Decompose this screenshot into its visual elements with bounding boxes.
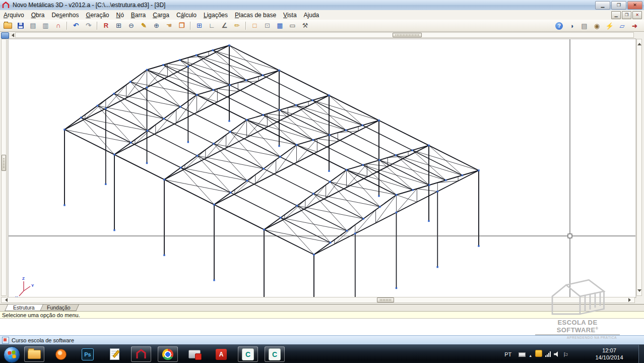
scroll-left-icon[interactable] xyxy=(3,298,8,302)
menu-ajuda[interactable]: Ajuda xyxy=(300,12,323,19)
top-splitter-track[interactable] xyxy=(15,32,634,38)
orbit-icon[interactable]: ◑ xyxy=(566,20,577,31)
title-bar[interactable]: Novo Metálicas 3D - v2012.a - [C:\...\es… xyxy=(0,0,644,11)
menu-placas-de-base[interactable]: Placas de base xyxy=(231,12,280,19)
mdi-minimize-button[interactable]: ▁ xyxy=(611,11,621,19)
templates-icon[interactable]: ▥ xyxy=(40,20,51,31)
print-icon[interactable]: ▤ xyxy=(578,20,590,31)
drawings-icon[interactable]: ▤ xyxy=(27,20,39,31)
zoom-frame-icon[interactable]: ⊕ xyxy=(151,20,162,31)
vertical-scrollbar[interactable] xyxy=(636,39,642,296)
taskbar-media-player[interactable] xyxy=(51,346,71,362)
docked-window-bar[interactable]: Curso escola de software xyxy=(0,335,644,345)
menu-bar: ArquivoObraDesenhosGeraçãoNóBarraCargaCá… xyxy=(0,10,644,20)
cype-arch-icon[interactable]: ∩ xyxy=(52,20,64,31)
menu-carga[interactable]: Carga xyxy=(149,12,173,19)
selection-frame-icon[interactable]: □ xyxy=(249,20,261,31)
left-splitter-track[interactable] xyxy=(1,39,7,296)
angle-icon[interactable]: ∠ xyxy=(219,20,230,31)
close-button[interactable]: ✕ xyxy=(627,1,642,10)
top-splitter-thumb[interactable] xyxy=(393,33,422,37)
open-icon[interactable] xyxy=(2,20,14,31)
reference-point-icon[interactable]: ⊡ xyxy=(262,20,273,31)
taskbar: PsACC PT ▲⚐ 12:07 14/10/2014 xyxy=(0,344,644,363)
horizontal-scrollbar[interactable] xyxy=(1,297,635,303)
minimize-button[interactable]: ▁ xyxy=(595,1,610,10)
connections-icon[interactable]: ⚡ xyxy=(604,20,615,31)
left-splitter-thumb[interactable] xyxy=(2,155,6,171)
menu-vista[interactable]: Vista xyxy=(280,12,300,19)
zoom-out-icon[interactable]: ⊖ xyxy=(125,20,137,31)
toolbar: ▤▥∩↶↷R⊞⊖✎⊕☚❐⊞∟∠✏□⊡▦▭⚒ ?◑▤◉⚡▱➜ xyxy=(0,20,644,32)
taskbar-camtasia-recorder[interactable]: C xyxy=(265,346,285,362)
pan-hand-icon[interactable]: ☚ xyxy=(163,20,175,31)
move-view-icon[interactable]: ⊞ xyxy=(194,20,205,31)
tab-label: Estrutura xyxy=(13,305,35,311)
tray-time: 12:07 xyxy=(588,347,631,354)
taskbar-apps: PsACC xyxy=(24,346,285,362)
menu-desenhos[interactable]: Desenhos xyxy=(48,12,82,19)
horizontal-scroll-thumb[interactable] xyxy=(377,297,394,302)
taskbar-chrome[interactable] xyxy=(158,346,178,362)
edit-pencil-icon[interactable]: ✎ xyxy=(138,20,150,31)
redo-icon[interactable]: ↷ xyxy=(83,20,94,31)
views-icon[interactable]: ▭ xyxy=(287,20,298,31)
viewport-container[interactable]: ZYX xyxy=(0,32,644,304)
render-icon[interactable]: ◉ xyxy=(591,20,603,31)
tab-estrutura[interactable]: Estrutura xyxy=(5,305,43,311)
full-window-icon[interactable]: ❐ xyxy=(176,20,187,31)
scroll-left-icon[interactable] xyxy=(10,33,14,37)
tab-fundacao[interactable]: Fundação xyxy=(38,305,79,311)
menu-c-lculo[interactable]: Cálculo xyxy=(173,12,200,19)
update-icon[interactable] xyxy=(535,352,542,358)
menu-gera-o[interactable]: Geração xyxy=(82,12,112,19)
annotate-icon[interactable]: ✏ xyxy=(231,20,243,31)
scroll-down-icon[interactable] xyxy=(637,289,641,294)
taskbar-notepad[interactable] xyxy=(104,346,124,362)
measure-icon[interactable]: ∟ xyxy=(206,20,218,31)
redraw-icon[interactable]: R xyxy=(100,20,112,31)
taskbar-pdf-printer[interactable] xyxy=(184,346,205,362)
menu-obra[interactable]: Obra xyxy=(28,12,48,19)
help-icon[interactable]: ? xyxy=(553,20,565,31)
undo-icon[interactable]: ↶ xyxy=(70,20,82,31)
taskbar-photoshop[interactable]: Ps xyxy=(78,346,98,362)
taskbar-camtasia-studio[interactable]: C xyxy=(238,346,258,362)
taskbar-metalicas3d[interactable] xyxy=(131,346,151,362)
taskbar-adobe-reader[interactable]: A xyxy=(211,346,231,362)
viewport-3d[interactable]: ZYX xyxy=(0,32,644,304)
app-icon xyxy=(2,1,10,9)
desktop: Novo Metálicas 3D - v2012.a - [C:\...\es… xyxy=(0,0,644,363)
zoom-window-icon[interactable]: ⊞ xyxy=(113,20,124,31)
menu-barra[interactable]: Barra xyxy=(127,12,149,19)
toolbar-separator xyxy=(245,22,246,30)
workplane-icon[interactable]: ▱ xyxy=(616,20,628,31)
start-button[interactable] xyxy=(4,346,20,363)
taskbar-clock[interactable]: 12:07 14/10/2014 xyxy=(588,347,631,361)
exit-icon[interactable]: ➜ xyxy=(629,20,640,31)
tray-language[interactable]: PT xyxy=(504,351,511,357)
show-hidden-chevron[interactable]: ▲ xyxy=(529,352,532,358)
menu-liga-es[interactable]: Ligações xyxy=(200,12,231,19)
menu-arquivo[interactable]: Arquivo xyxy=(0,12,28,19)
volume-icon[interactable] xyxy=(554,352,560,358)
view-split-button[interactable] xyxy=(1,32,9,39)
scroll-right-icon[interactable] xyxy=(628,298,633,302)
show-desktop-button[interactable] xyxy=(638,345,644,363)
tab-label: Fundação xyxy=(47,305,71,311)
toolbar-separator xyxy=(190,22,191,30)
save-icon[interactable] xyxy=(15,20,26,31)
layers-icon[interactable]: ▦ xyxy=(274,20,286,31)
mdi-restore-button[interactable]: ❐ xyxy=(622,11,631,19)
maximize-button[interactable]: ❐ xyxy=(611,1,626,10)
signal-bars-icon[interactable] xyxy=(545,352,551,358)
menu-items: ArquivoObraDesenhosGeraçãoNóBarraCargaCá… xyxy=(0,10,323,20)
keyboard-icon[interactable] xyxy=(519,352,526,358)
tools-icon[interactable]: ⚒ xyxy=(299,20,311,31)
scroll-up-icon[interactable] xyxy=(637,41,641,45)
taskbar-explorer[interactable] xyxy=(24,346,44,362)
menu-n-[interactable]: Nó xyxy=(112,12,127,19)
action-flag-icon[interactable]: ⚐ xyxy=(563,352,568,358)
mdi-window-controls: ▁❐✕ xyxy=(611,11,642,19)
mdi-close-button[interactable]: ✕ xyxy=(632,11,642,19)
